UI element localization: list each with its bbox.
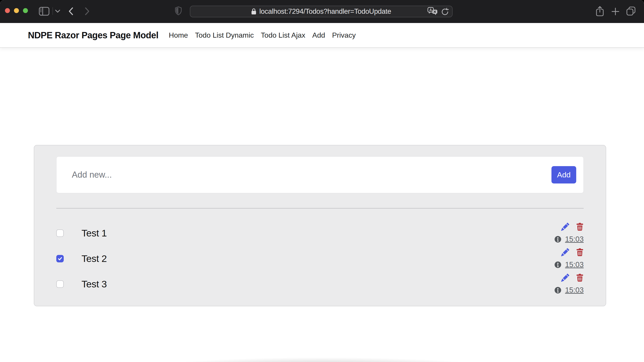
- add-todo-panel: Add: [56, 156, 584, 193]
- todo-row-actions: 15:03: [554, 248, 584, 269]
- divider: [52, 7, 53, 15]
- nav-links: Home Todo List Dynamic Todo List Ajax Ad…: [169, 31, 356, 40]
- trash-icon: [576, 223, 584, 231]
- todo-row-left: Test 1: [56, 228, 107, 239]
- nav-link-todo-list-ajax[interactable]: Todo List Ajax: [261, 31, 305, 40]
- timestamp-link[interactable]: 15:03: [565, 286, 584, 294]
- delete-button[interactable]: [576, 248, 584, 256]
- todo-row-actions: 15:03: [554, 223, 584, 243]
- pencil-icon: [561, 274, 569, 282]
- add-todo-input[interactable]: [56, 157, 552, 193]
- traffic-light-minimize[interactable]: [14, 8, 19, 13]
- todo-label: Test 2: [82, 253, 107, 264]
- check-icon: [58, 256, 62, 261]
- chevron-down-icon[interactable]: [55, 10, 60, 13]
- shield-icon[interactable]: [175, 6, 182, 15]
- lock-icon: [251, 8, 256, 15]
- todo-checkbox[interactable]: [56, 280, 64, 288]
- edit-button[interactable]: [561, 223, 569, 231]
- info-icon[interactable]: [554, 287, 561, 293]
- window-drop-shadow: [76, 348, 568, 362]
- info-icon[interactable]: [554, 261, 561, 268]
- todo-checkbox[interactable]: [56, 229, 64, 237]
- nav-link-todo-list-dynamic[interactable]: Todo List Dynamic: [195, 31, 254, 40]
- tab-overview-icon[interactable]: [626, 6, 636, 16]
- todo-card: Add Test 1: [34, 145, 606, 306]
- action-line: [561, 248, 584, 256]
- trash-icon: [576, 274, 584, 282]
- action-line: [561, 223, 584, 231]
- traffic-light-close[interactable]: [5, 8, 10, 13]
- translate-icon[interactable]: A: [428, 7, 438, 16]
- share-icon[interactable]: [596, 6, 604, 16]
- todo-row: Test 2: [56, 247, 584, 270]
- time-line: 15:03: [554, 286, 584, 294]
- back-icon[interactable]: [68, 7, 74, 16]
- todo-row-left: Test 3: [56, 279, 107, 290]
- add-button[interactable]: Add: [552, 166, 576, 183]
- delete-button[interactable]: [576, 223, 584, 231]
- time-line: 15:03: [554, 235, 584, 243]
- timestamp-link[interactable]: 15:03: [565, 260, 584, 269]
- reload-icon[interactable]: [441, 7, 449, 16]
- todo-row: Test 1: [56, 222, 584, 244]
- todo-list: Test 1: [56, 222, 584, 295]
- todo-row-actions: 15:03: [554, 274, 584, 294]
- todo-label: Test 3: [82, 279, 107, 290]
- pencil-icon: [561, 248, 569, 256]
- nav-link-privacy[interactable]: Privacy: [332, 31, 356, 40]
- edit-button[interactable]: [561, 248, 569, 256]
- trash-icon: [576, 248, 584, 256]
- todo-checkbox[interactable]: [56, 255, 64, 262]
- todo-label: Test 1: [82, 228, 107, 239]
- nav-link-home[interactable]: Home: [169, 31, 188, 40]
- traffic-light-zoom[interactable]: [23, 8, 28, 13]
- url-text: localhost:7294/Todos?handler=TodoUpdate: [260, 8, 391, 16]
- svg-text:A: A: [430, 8, 432, 12]
- sidebar-toggle-icon[interactable]: [39, 7, 50, 16]
- delete-button[interactable]: [576, 274, 584, 282]
- pencil-icon: [561, 223, 569, 231]
- browser-window: localhost:7294/Todos?handler=TodoUpdate …: [0, 0, 644, 362]
- app-navbar: NDPE Razor Pages Page Model Home Todo Li…: [0, 23, 644, 48]
- time-line: 15:03: [554, 260, 584, 269]
- todo-row-left: Test 2: [56, 253, 107, 264]
- edit-button[interactable]: [561, 274, 569, 282]
- divider: [56, 208, 584, 208]
- brand-link[interactable]: NDPE Razor Pages Page Model: [28, 30, 158, 40]
- nav-link-add[interactable]: Add: [312, 31, 325, 40]
- info-icon[interactable]: [554, 236, 561, 242]
- forward-icon[interactable]: [84, 7, 90, 16]
- new-tab-icon[interactable]: [611, 7, 620, 16]
- address-bar[interactable]: localhost:7294/Todos?handler=TodoUpdate …: [190, 6, 452, 17]
- browser-chrome: localhost:7294/Todos?handler=TodoUpdate …: [0, 0, 644, 23]
- timestamp-link[interactable]: 15:03: [565, 235, 584, 243]
- action-line: [561, 274, 584, 282]
- todo-row: Test 3: [56, 273, 584, 295]
